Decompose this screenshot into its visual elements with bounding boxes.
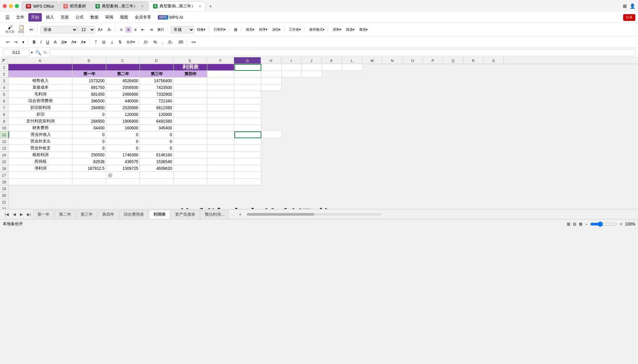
add-sheet-button[interactable]: + [236,210,244,218]
formula-input[interactable] [50,49,635,56]
cell-d4[interactable]: 7423500 [140,84,174,91]
indent-increase-button[interactable]: ⇥ [147,27,155,33]
cell-c16[interactable]: 1309725 [106,165,140,172]
cell-f18[interactable] [207,179,234,185]
freeze-button[interactable]: 冻结▾ [270,27,283,33]
cell-b10[interactable]: 34400 [72,125,106,131]
col-header-e[interactable]: E [173,57,207,64]
row-num-21[interactable]: 21 [0,199,8,206]
cell-f16[interactable] [207,165,234,172]
cell-g18[interactable] [234,179,261,185]
cell-f3[interactable] [207,78,234,84]
cell-d14[interactable]: 6146160 [140,152,174,158]
tab-file2[interactable]: S 典型案例...第三年） ✕ [149,1,206,11]
corner-cell[interactable] [0,57,8,64]
cell-g6[interactable] [234,98,261,104]
cell-e9[interactable] [174,118,207,125]
row-num-19[interactable]: 19 [0,185,8,192]
cell-a9[interactable]: 支付利息前利润 [8,118,72,125]
percent-button[interactable]: % [151,39,159,45]
font-size-select[interactable]: 12 [78,26,95,33]
cell-b5[interactable]: 681450 [72,91,106,98]
cell-g14[interactable] [234,152,261,158]
align-right-button[interactable]: ≡ [132,27,139,33]
cell-h3[interactable] [261,78,282,84]
cell-g1[interactable] [234,64,261,71]
redo-button[interactable]: ↪ [12,39,20,45]
cell-h4[interactable] [261,84,282,91]
cell-e14[interactable] [174,152,207,158]
col-header-h[interactable]: H [261,57,281,64]
cell-e10[interactable] [174,125,207,131]
sheet-nav-next[interactable]: ▶ [18,211,25,218]
cell-f5[interactable] [207,91,234,98]
cell-f7[interactable] [207,104,234,111]
cell-c10[interactable]: 160600 [106,125,140,131]
tab-close-file1[interactable]: ✕ [141,4,144,8]
tab-wps-office[interactable]: W WPS Office [22,1,58,11]
cell-g11[interactable] [234,131,261,138]
strikethrough-button[interactable]: A [52,39,59,45]
cell-b14[interactable]: 250550 [72,152,106,158]
cell-d5[interactable]: 7332900 [140,91,174,98]
menu-review[interactable]: 审阅 [103,13,116,22]
align-left-button[interactable]: ≡ [118,27,124,33]
row-col-button[interactable]: 行和列▾ [212,27,228,33]
cell-b16[interactable]: 187912.5 [72,165,106,172]
row-num-7[interactable]: 7 [0,104,8,111]
row-num-18[interactable]: 18 [0,179,8,185]
col-header-k[interactable]: K [322,57,342,64]
cell-e15[interactable] [174,158,207,165]
row-num-8[interactable]: 8 [0,111,8,118]
row-num-9[interactable]: 9 [0,118,8,125]
cell-g5[interactable] [234,91,261,98]
italic-button[interactable]: I [38,39,44,45]
formula-icon[interactable]: 🔍 [35,50,41,55]
cell-d13[interactable]: 0 [140,145,174,152]
insert-table-button[interactable]: ⊞ [232,27,239,33]
filter-button[interactable]: 筛选▾ [344,27,356,33]
cell-c3[interactable]: 4526400 [106,78,140,84]
cell-b12[interactable]: 0 [72,138,106,145]
cell-j1[interactable] [302,64,322,71]
cell-f15[interactable] [207,158,234,165]
menu-view[interactable]: 视图 [117,13,131,22]
menu-vip[interactable]: 会员专享 [132,13,154,22]
tab-daoke[interactable]: D 稻壳素材 [59,1,90,11]
menu-page[interactable]: 页面 [58,13,71,22]
cell-a7[interactable]: 折旧前利润 [8,104,72,111]
sort-button[interactable]: 排序▾ [257,27,269,33]
cell-c2[interactable]: 第二年 [106,71,140,78]
cell-d6[interactable]: 721340 [140,98,174,104]
cell-b8[interactable]: 0 [72,111,106,118]
sheet-tab-forecast[interactable]: 预估利润... [200,210,229,219]
cell-a10[interactable]: 财务费用 [8,125,72,131]
row-num-3[interactable]: 3 [0,78,8,84]
cell-a12[interactable]: 营业外支出 [8,138,72,145]
row-num-12[interactable]: 12 [0,138,8,145]
sheet-tab-expenses[interactable]: 综合费用表 [119,210,148,219]
font-decrease-button[interactable]: A- [106,27,114,33]
font-family-select[interactable]: 宋体 [40,26,78,33]
cell-k1[interactable] [322,64,342,71]
cell-g17[interactable] [234,172,261,179]
valign-top-button[interactable]: ⊤ [92,39,99,45]
row-num-17[interactable]: 17 [0,172,8,179]
cond-format-button[interactable]: 条件格式▾ [307,27,326,33]
cell-a1[interactable] [8,64,72,71]
col-header-p[interactable]: P [423,57,443,64]
zoom-out-button[interactable]: − [585,222,587,226]
indent-decrease-button[interactable]: ⇤ [139,27,147,33]
cell-f13[interactable] [207,145,234,152]
menu-file[interactable]: 文件 [13,13,27,22]
cell-f1[interactable] [207,64,234,71]
cell-b9[interactable]: 284950 [72,118,106,125]
cell-a6[interactable]: 综合管理费用 [8,98,72,104]
row-num-10[interactable]: 10 [0,125,8,131]
row-num-2[interactable]: 2 [0,71,8,78]
sheet-tab-y3[interactable]: 第三年 [76,210,97,219]
col-header-o[interactable]: O [403,57,423,64]
sidebar-toggle[interactable]: ☰ [3,14,12,21]
cell-l1[interactable] [342,64,362,71]
col-header-m[interactable]: M [362,57,382,64]
